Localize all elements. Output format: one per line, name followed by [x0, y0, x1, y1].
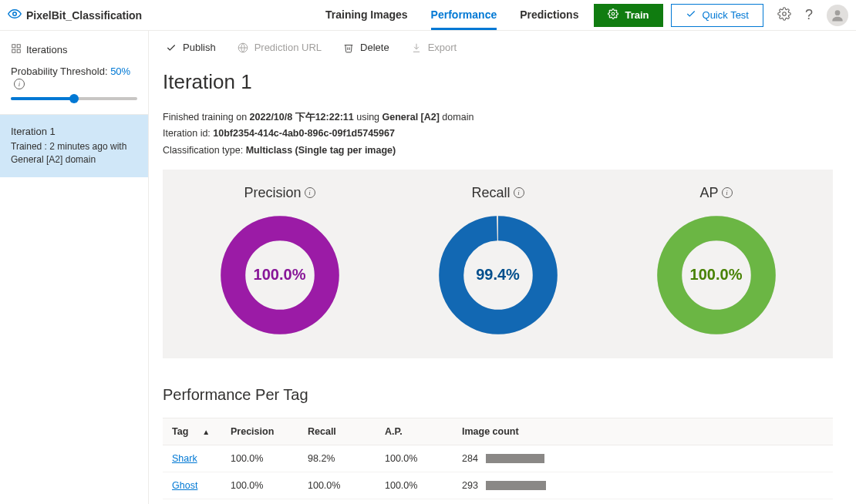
tab-training-images[interactable]: Training Images [325, 1, 408, 30]
col-precision[interactable]: Precision [224, 418, 302, 445]
iteration-card-title: Iteration 1 [11, 126, 137, 137]
info-icon[interactable]: i [305, 187, 315, 198]
col-tag[interactable]: Tag▲ [163, 418, 224, 445]
precision-label: Precision [244, 185, 301, 201]
recall-label: Recall [471, 185, 510, 201]
settings-icon[interactable] [777, 7, 791, 23]
cell-recall: 100.0% [302, 499, 379, 504]
iteration-card[interactable]: Iteration 1 Trained : 2 minutes ago with… [0, 114, 148, 177]
tab-performance[interactable]: Performance [431, 1, 497, 30]
cell-ap: 100.0% [379, 445, 456, 472]
svg-point-1 [612, 12, 615, 15]
precision-donut: 100.0% [218, 213, 342, 337]
table-row: Shark100.0%98.2%100.0%284 [163, 445, 833, 472]
quick-test-button[interactable]: Quick Test [671, 4, 763, 27]
svg-rect-6 [12, 49, 15, 52]
svg-rect-7 [17, 49, 20, 52]
quick-test-label: Quick Test [703, 9, 749, 21]
help-icon[interactable]: ? [805, 7, 813, 23]
cell-count: 284 [462, 453, 478, 464]
cell-recall: 100.0% [302, 472, 379, 499]
svg-point-2 [783, 12, 787, 16]
delete-action[interactable]: Delete [343, 42, 389, 53]
iteration-card-meta: Trained : 2 minutes ago with General [A2… [11, 140, 137, 166]
publish-label: Publish [183, 42, 216, 53]
col-recall[interactable]: Recall [302, 418, 379, 445]
cell-precision: 100.0% [224, 445, 302, 472]
app-title: PixelBit_Classification [8, 7, 142, 23]
cell-count: 293 [462, 480, 478, 491]
threshold-label: Probability Threshold: [11, 66, 108, 77]
cell-recall: 98.2% [302, 445, 379, 472]
info-icon[interactable]: i [722, 187, 733, 198]
svg-rect-5 [17, 45, 20, 48]
count-bar [486, 454, 544, 463]
recall-value: 99.4% [436, 213, 560, 337]
cell-ap: 100.0% [379, 472, 456, 499]
table-row: Ghost100.0%100.0%100.0%293 [163, 472, 833, 499]
ap-value: 100.0% [655, 213, 778, 337]
prediction-url-label: Prediction URL [254, 42, 322, 53]
prediction-url-action: Prediction URL [238, 42, 322, 53]
threshold-slider[interactable] [11, 92, 137, 103]
export-label: Export [428, 42, 457, 53]
iteration-meta: Finished training on 2022/10/8 下午12:22:1… [163, 109, 833, 159]
train-button[interactable]: Train [594, 4, 662, 27]
export-action: Export [411, 42, 457, 53]
precision-value: 100.0% [218, 213, 342, 337]
col-image-count[interactable]: Image count [456, 418, 833, 445]
tag-link[interactable]: Shark [172, 453, 197, 464]
iterations-label: Iterations [26, 44, 67, 55]
ap-donut: 100.0% [655, 213, 778, 337]
count-bar [486, 481, 546, 490]
table-row: Dinosaur100.0%100.0%100.0%286 [163, 499, 833, 504]
iterations-icon [11, 43, 22, 56]
metrics-panel: Precisioni 100.0% Recalli 99.4% [163, 170, 833, 358]
gear-icon [608, 8, 618, 22]
iterations-header: Iterations [0, 40, 148, 61]
recall-donut: 99.4% [436, 213, 560, 337]
svg-point-0 [13, 12, 17, 16]
threshold-value: 50% [110, 66, 130, 77]
threshold-label-row: Probability Threshold: 50% i [0, 61, 148, 89]
performance-table: Tag▲ Precision Recall A.P. Image count S… [163, 418, 833, 504]
iteration-title: Iteration 1 [163, 70, 833, 94]
delete-label: Delete [360, 42, 389, 53]
publish-action[interactable]: Publish [166, 42, 216, 53]
avatar[interactable] [827, 5, 848, 26]
performance-per-tag-title: Performance Per Tag [163, 386, 833, 404]
project-name: PixelBit_Classification [26, 9, 142, 22]
project-icon [8, 7, 22, 23]
svg-rect-4 [12, 45, 15, 48]
info-icon[interactable]: i [14, 79, 25, 89]
cell-precision: 100.0% [224, 472, 302, 499]
sort-caret-icon: ▲ [202, 428, 210, 436]
tag-link[interactable]: Ghost [172, 480, 197, 491]
train-button-label: Train [625, 9, 649, 21]
svg-point-3 [835, 10, 841, 15]
info-icon[interactable]: i [514, 187, 524, 198]
check-icon [686, 8, 696, 22]
ap-label: AP [699, 185, 718, 201]
cell-precision: 100.0% [224, 499, 302, 504]
cell-ap: 100.0% [379, 499, 456, 504]
col-ap[interactable]: A.P. [379, 418, 456, 445]
tab-predictions[interactable]: Predictions [520, 1, 578, 30]
